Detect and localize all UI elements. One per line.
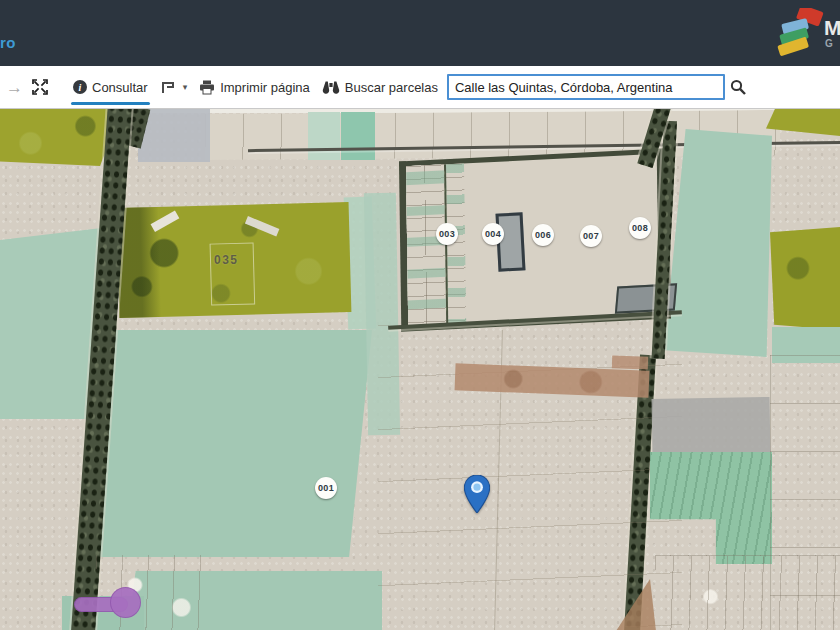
magnifier-icon [730, 79, 747, 96]
measure-tool-button[interactable]: ▾ [160, 80, 188, 94]
purple-culdesac [110, 587, 141, 618]
parcel-badge-003[interactable]: 003 [436, 223, 458, 245]
parcel-badge-008[interactable]: 008 [629, 217, 651, 239]
measure-angle-icon [160, 80, 176, 94]
search-go-button[interactable] [730, 79, 747, 96]
binoculars-icon [322, 80, 340, 95]
parcel-035-label: 035 [214, 253, 239, 267]
search-parcels-button[interactable]: Buscar parcelas [322, 80, 438, 95]
consultar-label: Consultar [92, 80, 148, 95]
info-icon: i [73, 80, 87, 94]
consultar-tool-button[interactable]: i Consultar [73, 80, 148, 95]
gray-parcel-top [138, 109, 210, 162]
parcel-badge-006[interactable]: 006 [532, 224, 554, 246]
block-lots [406, 164, 446, 325]
lot-outline [210, 242, 256, 305]
field-olive-right [770, 227, 840, 330]
building-roof [151, 210, 180, 232]
map-canvas[interactable]: 035 001 003 004 006 007 008 [0, 109, 840, 630]
printer-icon [199, 80, 215, 95]
field-teal-top-2 [341, 112, 375, 160]
building-roof [245, 216, 279, 236]
fullscreen-button[interactable] [32, 79, 48, 95]
parcel-badge-007[interactable]: 007 [580, 225, 602, 247]
location-pin-icon[interactable] [464, 475, 490, 513]
chevron-down-icon[interactable]: ▾ [183, 82, 188, 92]
app-header: ro M G [0, 0, 840, 68]
layered-maps-logo-icon [776, 8, 826, 60]
field-teal-top-1 [308, 112, 340, 160]
field-teal-right [664, 129, 772, 357]
forward-arrow-icon[interactable]: → [6, 79, 23, 96]
parcel-badge-004[interactable]: 004 [482, 223, 504, 245]
app-title: ro [0, 34, 16, 51]
map-toolbar: → i Consultar ▾ Imprimir página B [0, 66, 840, 109]
field-teal-center [86, 330, 372, 557]
logo-letter-sub: G [825, 38, 833, 49]
search-parcels-label: Buscar parcelas [345, 80, 438, 95]
print-page-label: Imprimir página [220, 80, 310, 95]
app-logo: M G [776, 4, 840, 64]
small-lots-bottom-right [655, 555, 840, 630]
logo-letter-main: M [824, 16, 840, 40]
gray-parcel-bottom-right [652, 397, 771, 455]
bare-soil-patch [612, 355, 648, 369]
expand-arrows-icon [32, 79, 48, 95]
parcel-badge-001[interactable]: 001 [315, 477, 337, 499]
address-search-input[interactable] [447, 74, 725, 100]
print-page-button[interactable]: Imprimir página [199, 80, 310, 95]
